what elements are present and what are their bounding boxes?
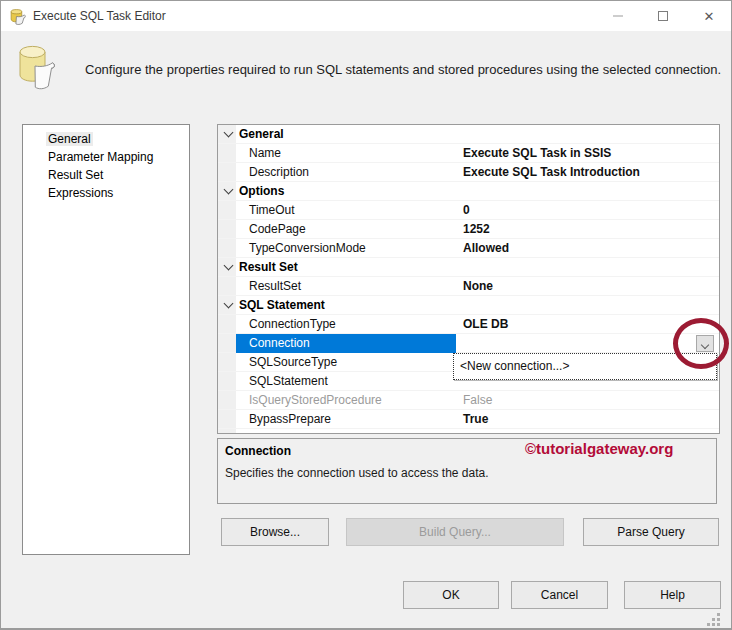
chevron-down-icon[interactable]: [221, 182, 235, 201]
annotation-circle: [673, 318, 729, 369]
sidebar-item-label: Result Set: [46, 168, 105, 182]
section-label: Result Set: [239, 258, 298, 277]
property-value[interactable]: 0: [456, 201, 719, 220]
property-name: BypassPrepare: [236, 410, 456, 429]
maximize-icon: [658, 11, 668, 21]
property-name: TypeConversionMode: [236, 239, 456, 258]
property-name: Description: [236, 163, 456, 182]
ok-button[interactable]: OK: [403, 581, 499, 609]
grid-row-connectiontype[interactable]: ConnectionTypeOLE DB: [218, 315, 719, 334]
grid-row-timeout[interactable]: TimeOut0: [218, 201, 719, 220]
browse-button[interactable]: Browse...: [221, 518, 329, 546]
grid-row-connection[interactable]: Connection: [218, 334, 719, 353]
grid-row-name[interactable]: NameExecute SQL Task in SSIS: [218, 144, 719, 163]
property-name: ResultSet: [236, 277, 456, 296]
grid-row-result-set[interactable]: Result Set: [218, 258, 719, 277]
grid-row-isquerystoredprocedure[interactable]: IsQueryStoredProcedureFalse: [218, 391, 719, 410]
property-name: TimeOut: [236, 201, 456, 220]
property-value[interactable]: Execute SQL Task Introduction: [456, 163, 719, 182]
section-label: Options: [239, 182, 284, 201]
property-value[interactable]: None: [456, 277, 719, 296]
grid-row-codepage[interactable]: CodePage1252: [218, 220, 719, 239]
property-value[interactable]: Execute SQL Task in SSIS: [456, 144, 719, 163]
close-icon: ✕: [704, 10, 715, 23]
help-panel-title: Connection: [225, 444, 291, 458]
titlebar: Execute SQL Task Editor ✕: [1, 1, 731, 31]
cancel-button[interactable]: Cancel: [511, 581, 608, 609]
property-name: ConnectionType: [236, 315, 456, 334]
execute-sql-task-editor-dialog: Execute SQL Task Editor ✕ Configure the …: [0, 0, 732, 630]
sql-task-banner-icon: [15, 43, 61, 93]
chevron-down-icon[interactable]: [221, 125, 235, 144]
sidebar-item-parameter-mapping[interactable]: Parameter Mapping: [23, 148, 189, 166]
sidebar-item-expressions[interactable]: Expressions: [23, 184, 189, 202]
window-title: Execute SQL Task Editor: [33, 1, 166, 31]
property-value[interactable]: 1252: [456, 220, 719, 239]
property-value[interactable]: Allowed: [456, 239, 719, 258]
sidebar-nav: GeneralParameter MappingResult SetExpres…: [22, 124, 190, 555]
section-label: General: [239, 125, 284, 144]
help-button[interactable]: Help: [624, 581, 721, 609]
property-name: CodePage: [236, 220, 456, 239]
parse-query-button[interactable]: Parse Query: [583, 518, 719, 546]
dropdown-item-new-connection[interactable]: <New connection...>: [454, 354, 716, 379]
property-name: SQLSourceType: [236, 353, 456, 372]
banner-description: Configure the properties required to run…: [85, 62, 721, 77]
grid-row-typeconversionmode[interactable]: TypeConversionModeAllowed: [218, 239, 719, 258]
resize-grip[interactable]: [707, 613, 710, 616]
grid-row-options[interactable]: Options: [218, 182, 719, 201]
sidebar-item-result-set[interactable]: Result Set: [23, 166, 189, 184]
sidebar-item-general[interactable]: General: [23, 130, 189, 148]
minimize-icon: [613, 15, 623, 17]
property-name: IsQueryStoredProcedure: [236, 391, 456, 410]
property-name: SQLStatement: [236, 372, 456, 391]
chevron-down-icon[interactable]: [221, 296, 235, 315]
watermark: ©tutorialgateway.org: [525, 440, 673, 457]
grid-row-description[interactable]: DescriptionExecute SQL Task Introduction: [218, 163, 719, 182]
chevron-down-icon[interactable]: [221, 258, 235, 277]
help-panel-text: Specifies the connection used to access …: [225, 466, 489, 480]
property-value[interactable]: False: [456, 391, 719, 410]
property-name: Connection: [236, 334, 456, 353]
grid-row-sql-statement[interactable]: SQL Statement: [218, 296, 719, 315]
property-value[interactable]: True: [456, 410, 719, 429]
minimize-button[interactable]: [601, 1, 635, 31]
grid-row-resultset[interactable]: ResultSetNone: [218, 277, 719, 296]
grid-row-general[interactable]: General: [218, 125, 719, 144]
sidebar-item-label: General: [46, 132, 93, 146]
property-name: Name: [236, 144, 456, 163]
sql-task-icon: [9, 8, 26, 25]
sidebar-item-label: Parameter Mapping: [46, 150, 155, 164]
build-query-button[interactable]: Build Query...: [346, 518, 564, 546]
grid-row-bypassprepare[interactable]: BypassPrepareTrue: [218, 410, 719, 429]
sidebar-item-label: Expressions: [46, 186, 115, 200]
section-label: SQL Statement: [239, 296, 325, 315]
close-button[interactable]: ✕: [692, 1, 726, 31]
maximize-button[interactable]: [646, 1, 680, 31]
property-grid: GeneralNameExecute SQL Task in SSISDescr…: [217, 124, 720, 434]
